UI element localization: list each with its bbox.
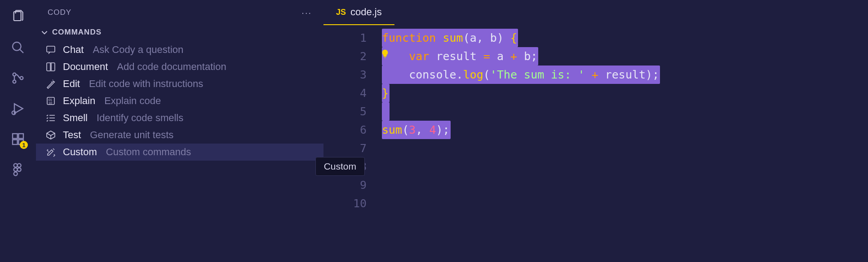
svg-point-3 (13, 73, 16, 76)
command-label: Test (63, 129, 81, 141)
command-test[interactable]: Test Generate unit tests (36, 127, 323, 144)
code-line: var result = a + b; (382, 47, 868, 66)
svg-point-5 (20, 77, 23, 80)
command-desc: Explain code (104, 95, 161, 107)
svg-point-16 (14, 172, 18, 175)
svg-rect-10 (13, 140, 18, 144)
sidebar-title: CODY (48, 8, 71, 17)
binary-icon: 0110 (45, 95, 57, 107)
code-line: } (382, 84, 868, 102)
line-number: 9 (323, 176, 367, 194)
tab-bar: JS code.js (323, 0, 868, 25)
code-line (382, 102, 868, 121)
code-line (382, 139, 868, 157)
search-icon[interactable] (9, 39, 27, 57)
chevron-down-icon (40, 28, 49, 36)
extensions-icon[interactable]: 1 (9, 130, 27, 148)
svg-rect-8 (13, 134, 18, 139)
book-icon (45, 61, 57, 73)
code-line (382, 157, 868, 176)
command-document[interactable]: Document Add code documentation (36, 58, 323, 75)
command-label: Document (63, 61, 108, 73)
tooltip-custom: Custom (315, 157, 365, 176)
command-desc: Identify code smells (97, 112, 183, 124)
tab-filename: code.js (350, 6, 382, 18)
code-line (382, 176, 868, 194)
command-label: Explain (63, 95, 95, 107)
svg-point-1 (13, 42, 21, 51)
explorer-icon[interactable] (9, 8, 27, 26)
source-control-icon[interactable] (9, 69, 27, 87)
svg-rect-0 (14, 12, 21, 21)
run-debug-icon[interactable] (9, 100, 27, 118)
svg-rect-17 (47, 46, 55, 52)
more-icon[interactable]: ··· (301, 8, 312, 18)
tab-code-js[interactable]: JS code.js (323, 0, 394, 25)
svg-point-13 (18, 164, 21, 167)
command-label: Custom (63, 146, 97, 158)
section-title-label: COMMANDS (52, 28, 102, 37)
code-content[interactable]: function sum(a, b) { var result = a + b;… (382, 25, 868, 262)
extensions-badge: 1 (20, 141, 28, 149)
svg-point-7 (12, 111, 16, 114)
code-line: sum(3, 4); (382, 121, 868, 139)
sidebar: CODY ··· COMMANDS Chat Ask Cody a questi… (36, 0, 323, 262)
svg-point-15 (18, 168, 21, 171)
code-line: console.log('The sum is: ' + result); (382, 66, 868, 84)
command-desc: Edit code with instructions (89, 78, 203, 90)
command-smell[interactable]: Smell Identify code smells (36, 109, 323, 127)
line-number: 6 (323, 121, 367, 139)
command-desc: Generate unit tests (90, 129, 173, 141)
command-custom[interactable]: Custom Custom commands (36, 144, 323, 161)
chat-icon (45, 44, 57, 56)
section-commands[interactable]: COMMANDS (36, 25, 323, 41)
svg-line-2 (20, 49, 23, 53)
command-label: Chat (63, 44, 84, 56)
editor-area: JS code.js 1 2 3 4 5 6 7 8 9 10 function… (323, 0, 868, 262)
wand-icon (45, 78, 57, 90)
svg-text:10: 10 (49, 101, 52, 105)
command-desc: Custom commands (106, 146, 191, 158)
command-chat[interactable]: Chat Ask Cody a question (36, 41, 323, 58)
line-number: 3 (323, 66, 367, 84)
command-desc: Add code documentation (117, 61, 226, 73)
code-line: function sum(a, b) { (382, 29, 868, 47)
command-label: Smell (63, 112, 88, 124)
svg-point-4 (13, 80, 16, 83)
line-number: 10 (323, 194, 367, 213)
activity-bar: 1 (0, 0, 36, 262)
command-edit[interactable]: Edit Edit code with instructions (36, 75, 323, 92)
sidebar-header: CODY ··· (36, 0, 323, 25)
line-number: 1 (323, 29, 367, 47)
line-number: 5 (323, 102, 367, 121)
lightbulb-icon[interactable] (380, 46, 390, 56)
checklist-icon (45, 112, 57, 124)
package-icon (45, 129, 57, 141)
tools-icon (45, 146, 57, 158)
line-number: 4 (323, 84, 367, 102)
command-label: Edit (63, 78, 80, 90)
line-number: 2 (323, 47, 367, 66)
code-line (382, 194, 868, 213)
js-file-icon: JS (336, 8, 346, 17)
svg-text:01: 01 (49, 98, 52, 101)
gutter: 1 2 3 4 5 6 7 8 9 10 (323, 25, 382, 262)
line-number: 7 (323, 139, 367, 157)
command-desc: Ask Cody a question (93, 44, 183, 56)
editor-body[interactable]: 1 2 3 4 5 6 7 8 9 10 function sum(a, b) … (323, 25, 868, 262)
command-list: Chat Ask Cody a question Document Add co… (36, 41, 323, 161)
svg-rect-9 (18, 134, 23, 139)
figma-icon[interactable] (9, 161, 27, 179)
command-explain[interactable]: 0110 Explain Explain code (36, 92, 323, 109)
